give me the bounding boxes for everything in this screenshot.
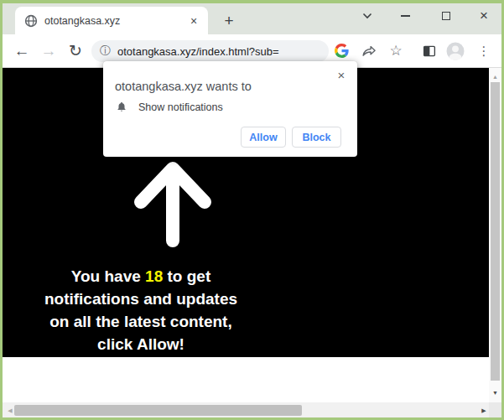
- window-close-button[interactable]: ×: [475, 6, 493, 26]
- address-bar[interactable]: ⓘ ototangkasa.xyz/index.html?sub=: [91, 40, 329, 62]
- bell-icon: [116, 101, 127, 113]
- back-button[interactable]: ←: [11, 34, 33, 67]
- horizontal-scrollbar[interactable]: ◀ ▶: [3, 402, 501, 418]
- promo-text: You have 18 to get notifications and upd…: [3, 265, 279, 355]
- allow-button[interactable]: Allow: [241, 127, 286, 148]
- scroll-up-icon[interactable]: ▲: [489, 70, 501, 82]
- vertical-scrollbar-thumb[interactable]: [491, 82, 500, 381]
- up-arrow-graphic: [132, 160, 213, 247]
- site-info-icon[interactable]: ⓘ: [100, 44, 111, 59]
- side-panel-icon: [422, 44, 437, 59]
- new-tab-button[interactable]: +: [219, 11, 239, 31]
- tab-close-icon[interactable]: ×: [186, 13, 201, 29]
- promo-line-2: notifications and updates: [3, 288, 279, 310]
- vertical-scrollbar[interactable]: ▲ ▼: [489, 68, 501, 402]
- browser-window: ototangkasa.xyz × + × ← → ↻ ⓘ ototangkas…: [0, 0, 504, 420]
- menu-dots-icon[interactable]: ⋮: [477, 34, 491, 67]
- forward-button[interactable]: →: [38, 34, 60, 67]
- share-button[interactable]: [360, 34, 378, 67]
- globe-icon: [24, 14, 38, 28]
- minimize-button[interactable]: [396, 6, 414, 26]
- permission-row: Show notifications: [116, 101, 223, 113]
- minimize-icon: [401, 15, 410, 17]
- scroll-right-icon[interactable]: ▶: [478, 402, 490, 418]
- tab-strip: ototangkasa.xyz × + ×: [3, 3, 501, 34]
- promo-line-4: click Allow!: [3, 333, 279, 355]
- profile-button[interactable]: [445, 34, 465, 67]
- promo-highlight-number: 18: [145, 267, 163, 285]
- side-panel-button[interactable]: [420, 34, 439, 67]
- chevron-down-icon: [362, 13, 372, 19]
- tab-ototangkasa[interactable]: ototangkasa.xyz ×: [15, 7, 208, 34]
- maximize-button[interactable]: [437, 6, 455, 26]
- bookmark-star-icon[interactable]: ☆: [387, 34, 404, 67]
- scroll-down-icon[interactable]: ▼: [489, 386, 501, 398]
- horizontal-scrollbar-thumb[interactable]: [14, 405, 302, 416]
- dialog-close-icon[interactable]: ×: [334, 67, 349, 82]
- url-text: ototangkasa.xyz/index.html?sub=: [117, 45, 279, 58]
- scrollbar-corner: [489, 402, 501, 418]
- maximize-icon: [442, 12, 450, 20]
- block-button[interactable]: Block: [292, 127, 341, 148]
- tab-title: ototangkasa.xyz: [44, 15, 186, 27]
- promo-line-1: You have 18 to get: [3, 265, 279, 288]
- tab-search-chevron-icon[interactable]: [358, 6, 377, 26]
- google-g-icon: [335, 44, 349, 58]
- share-icon: [361, 43, 377, 60]
- avatar: [446, 42, 465, 60]
- reload-button[interactable]: ↻: [65, 34, 86, 67]
- dialog-title: ototangkasa.xyz wants to: [115, 80, 252, 93]
- permission-label: Show notifications: [138, 101, 223, 113]
- promo-line-3: on all the latest content,: [3, 310, 279, 333]
- notification-permission-dialog: × ototangkasa.xyz wants to Show notifica…: [103, 61, 357, 157]
